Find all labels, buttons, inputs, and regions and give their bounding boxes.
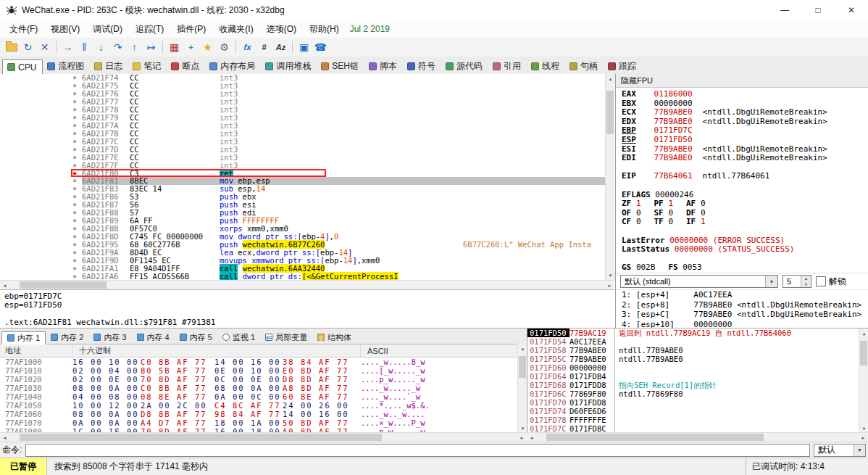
- step-into-button[interactable]: ↓: [93, 40, 109, 55]
- dump-tab-watch-1[interactable]: 监视 1: [217, 331, 260, 344]
- unlock-checkbox[interactable]: 解锁: [816, 276, 846, 288]
- pause-button[interactable]: ‖: [76, 40, 93, 55]
- breakpoint-dot[interactable]: ●: [67, 83, 82, 88]
- flags-row[interactable]: CF 0TF 0IF 1: [622, 217, 868, 226]
- report-bug-button[interactable]: ☎: [312, 40, 329, 55]
- patches-button[interactable]: +: [183, 40, 199, 55]
- disasm-row[interactable]: ●6AD21F7BCCint3: [0, 129, 605, 137]
- tab-log[interactable]: 日志: [90, 59, 128, 74]
- breakpoint-dot[interactable]: ●: [67, 273, 82, 279]
- favourites-button[interactable]: ★: [199, 40, 216, 55]
- disasm-row[interactable]: ●6AD21F8653push ebx: [0, 193, 605, 201]
- register-row[interactable]: EBP 0171FD7C: [622, 125, 868, 135]
- run-to-user-code-button[interactable]: ↦: [143, 40, 159, 55]
- dump-tab-memory-2[interactable]: 内存 2: [46, 331, 88, 344]
- scroll-track[interactable]: [536, 433, 859, 442]
- register-row[interactable]: ESP 0171FD50: [622, 135, 868, 144]
- breakpoint-dot[interactable]: ●: [67, 154, 82, 160]
- strings-search-button[interactable]: Az: [272, 40, 289, 55]
- dump-tab-struct[interactable]: {}结构体: [312, 331, 356, 344]
- breakpoint-dot[interactable]: ●: [67, 210, 82, 215]
- stack-row[interactable]: 0171FD700171FDD8: [527, 398, 868, 407]
- menu-view[interactable]: 视图(V): [44, 21, 86, 38]
- stack-row[interactable]: 0171FD6000000000: [527, 363, 868, 372]
- register-row[interactable]: EAX 01186000: [622, 89, 868, 99]
- disasm-row[interactable]: ●6AD21F818BECmov ebp,esp: [0, 177, 605, 185]
- breakpoint-dot[interactable]: ●: [67, 234, 82, 239]
- stack-row[interactable]: 0171FD640171FDB4: [527, 372, 868, 381]
- register-row[interactable]: ESI 77B9ABE0<ntdll.DbgUiRemoteBreakin>: [622, 144, 868, 154]
- stack-horizontal-scrollbar[interactable]: ◄ ►: [527, 432, 868, 442]
- disassembly-horizontal-scrollbar[interactable]: ◄ ►: [0, 280, 614, 289]
- breakpoint-dot[interactable]: ●: [67, 186, 82, 191]
- dump-row[interactable]: 77AF105010 00 12 002A 00 2C 00C4 8C AF 7…: [0, 401, 527, 410]
- stack-row[interactable]: 0171FD5077B9AC19返回到 ntdll.77B9AC19 自 ntd…: [527, 329, 868, 337]
- scroll-track[interactable]: [9, 433, 517, 442]
- argument-row[interactable]: 2: [esp+8] 77B9ABE0 <ntdll.DbgUiRemoteBr…: [622, 300, 868, 310]
- breakpoint-dot[interactable]: ●: [67, 162, 82, 168]
- scroll-up-arrow[interactable]: ▲: [606, 74, 615, 83]
- dump-row[interactable]: 77AF10700A 00 0A 00A4 D7 AF 7718 00 1A 0…: [0, 418, 527, 427]
- flags-row[interactable]: ZF 1PF 1AF 0: [622, 199, 868, 208]
- tab-cpu[interactable]: CPU: [2, 59, 43, 75]
- disasm-row[interactable]: ●6AD21F9A8D4D EClea ecx,dword ptr ss:[eb…: [0, 248, 605, 256]
- disasm-row[interactable]: ●6AD21F7ACCint3: [0, 122, 605, 130]
- dump-tab-memory-5[interactable]: 内存 5: [175, 331, 217, 344]
- scroll-thumb[interactable]: [20, 434, 382, 441]
- menu-file[interactable]: 文件(F): [3, 21, 44, 38]
- scroll-thumb[interactable]: [860, 341, 867, 365]
- disasm-row[interactable]: ●6AD21F7ECCint3: [0, 153, 605, 161]
- close-debuggee-button[interactable]: ✕: [36, 40, 53, 55]
- scroll-track[interactable]: [606, 83, 614, 270]
- scroll-thumb[interactable]: [606, 91, 614, 134]
- scroll-thumb[interactable]: [20, 281, 107, 289]
- disassembly-vertical-scrollbar[interactable]: ▲ ▼: [605, 74, 614, 280]
- dump-row[interactable]: 77AF100016 00 10 00C0 8B AF 7714 00 16 0…: [0, 358, 527, 366]
- disasm-row[interactable]: ●6AD21F80C3ret: [0, 169, 605, 177]
- breakpoint-dot[interactable]: ●: [67, 226, 82, 231]
- breakpoint-dot[interactable]: ●: [67, 139, 82, 144]
- disasm-row[interactable]: ●6AD21F8383EC 14sub esp,14: [0, 185, 605, 193]
- breakpoint-dot[interactable]: ●: [67, 123, 82, 128]
- disasm-row[interactable]: ●6AD21F77CCint3: [0, 98, 605, 106]
- execute-till-return-button[interactable]: ↑: [126, 40, 143, 55]
- menu-help[interactable]: 帮助(H): [303, 21, 346, 38]
- hide-fpu-button[interactable]: 隐藏FPU: [616, 74, 868, 88]
- command-profile-select[interactable]: 默认 ▼: [814, 444, 866, 457]
- command-input[interactable]: [25, 444, 810, 457]
- menu-trace[interactable]: 追踪(T): [129, 21, 170, 38]
- register-row[interactable]: ECX 77B9ABE0<ntdll.DbgUiRemoteBreakin>: [622, 107, 868, 117]
- disasm-row[interactable]: ●6AD21F75CCint3: [0, 82, 605, 90]
- breakpoint-dot[interactable]: ●: [67, 170, 82, 176]
- breakpoint-dot[interactable]: ●: [67, 178, 82, 183]
- disasm-row[interactable]: ●6AD21FA6FF15 ACD5566Bcall dword ptr ds:…: [0, 272, 605, 280]
- tab-breakpoints[interactable]: 断点: [167, 59, 205, 74]
- argument-count-spinner[interactable]: 5 ▲▼: [783, 275, 811, 288]
- disasm-row[interactable]: ●6AD21F8857push edi: [0, 209, 605, 217]
- argument-row[interactable]: 1: [esp+4] A0C17EEA: [622, 290, 868, 300]
- tab-notes[interactable]: 笔记: [128, 59, 167, 74]
- breakpoint-dot[interactable]: ●: [67, 75, 82, 80]
- tab-trace[interactable]: 跟踪: [604, 59, 642, 74]
- tab-source[interactable]: 源代码: [441, 59, 488, 74]
- dump-vertical-scrollbar[interactable]: ▲ ▼: [517, 344, 527, 433]
- disasm-row[interactable]: ●6AD21F8B0F57C0xorps xmm0,xmm0: [0, 225, 605, 233]
- dump-row[interactable]: 77AF103008 00 0A 00C0 8B AF 7708 00 0A 0…: [0, 384, 527, 392]
- register-row[interactable]: EDX 77B9ABE0<ntdll.DbgUiRemoteBreakin>: [622, 117, 868, 126]
- stack-row[interactable]: 0171FD680171FDD8指向SEH_Record[1]的指针: [527, 381, 868, 389]
- breakpoint-dot[interactable]: ●: [67, 265, 82, 271]
- spinner-arrows[interactable]: ▲▼: [801, 276, 811, 287]
- scroll-down-arrow[interactable]: ▼: [606, 270, 615, 280]
- flags-row[interactable]: GS 002BFS 0053: [622, 263, 868, 272]
- calling-convention-select[interactable]: 默认 (stdcall) ▼: [620, 275, 778, 288]
- scroll-thumb[interactable]: [519, 356, 526, 378]
- scroll-track[interactable]: [518, 353, 527, 424]
- breakpoint-dot[interactable]: ●: [67, 194, 82, 199]
- disasm-row[interactable]: ●6AD21F76CCint3: [0, 90, 605, 98]
- tab-graph[interactable]: 流程图: [43, 59, 90, 74]
- disasm-row[interactable]: ●6AD21F78CCint3: [0, 106, 605, 114]
- tab-symbols[interactable]: 符号: [403, 59, 441, 74]
- breakpoint-dot[interactable]: ●: [67, 107, 82, 112]
- menu-options[interactable]: 选项(O): [260, 21, 303, 38]
- breakpoint-dot[interactable]: ●: [67, 99, 82, 104]
